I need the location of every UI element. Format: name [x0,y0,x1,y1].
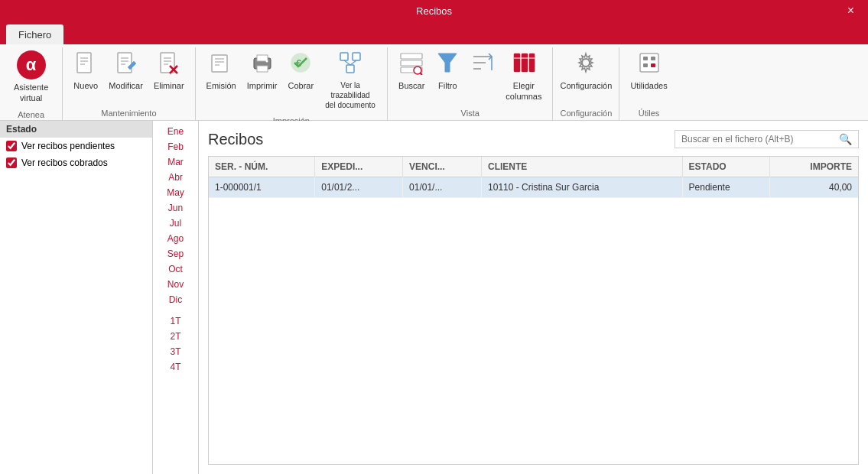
svg-point-22 [265,60,268,63]
title-bar: Recibos × [0,0,868,21]
ribbon-group-impresion: Emisión Imprimir € [196,47,388,120]
table-container: SER. - NÚM. EXPEDI... VENCI... CLIENTE E… [208,156,859,465]
svg-line-29 [350,60,356,65]
table-row[interactable]: 1-000001/1 01/01/2... 01/01/... 10110 - … [209,177,858,198]
sidebar-section-estado: Estado [0,121,152,138]
quarter-4t[interactable]: 4T [153,359,198,375]
svg-rect-42 [529,54,535,72]
configuracion-label: Configuración [560,80,612,91]
emision-button[interactable]: Emisión [202,47,241,94]
svg-rect-40 [514,54,520,72]
month-dic[interactable]: Dic [153,292,198,307]
ribbon-group-configuracion: Configuración Configuración [553,47,619,120]
month-may[interactable]: May [153,185,198,200]
svg-rect-31 [401,60,422,66]
modificar-label: Modificar [109,80,143,91]
svg-rect-46 [643,57,648,60]
filter-cobrados[interactable]: Ver recibos cobrados [0,154,152,171]
svg-rect-30 [401,54,422,59]
cell-cliente: 10110 - Cristina Sur Garcia [482,177,683,198]
emision-icon [209,50,233,79]
imprimir-label: Imprimir [247,80,278,91]
sort-button[interactable] [466,47,499,83]
month-ene[interactable]: Ene [153,124,198,139]
elegir-columnas-button[interactable]: Elegircolumnas [501,47,546,106]
filtro-label: Filtro [438,80,457,91]
month-mar[interactable]: Mar [153,154,198,170]
eliminar-button[interactable]: Eliminar [149,47,189,94]
svg-rect-41 [522,54,528,72]
nuevo-label: Nuevo [73,80,98,91]
trazabilidad-icon [338,50,362,79]
emision-label: Emisión [206,80,236,91]
cobrar-label: Cobrar [288,80,314,91]
quarter-3t[interactable]: 3T [153,344,198,359]
sort-icon [470,50,495,79]
modificar-icon [114,50,138,79]
close-button[interactable]: × [834,0,868,21]
ribbon-group-mantenimiento: Nuevo Modificar [63,47,195,120]
trazabilidad-button[interactable]: Ver la trazabilidaddel documento [320,47,381,113]
content-panel: Recibos 🔍 SER. - NÚM. EXPEDI... VENCI...… [199,121,868,474]
svg-line-28 [344,60,350,65]
filtro-icon [435,50,460,79]
month-sep[interactable]: Sep [153,246,198,261]
filter-pendientes[interactable]: Ver recibos pendientes [0,138,152,154]
buscar-icon [399,50,424,79]
elegir-label: Elegircolumnas [506,80,541,102]
page-title: Recibos [208,131,263,148]
nuevo-icon [73,50,98,79]
tab-bar: Fichero [0,21,868,44]
asistente-label: Asistentevirtual [14,82,48,104]
cobrar-button[interactable]: € Cobrar [283,47,318,94]
imprimir-icon [250,50,275,79]
cell-venci: 01/01/... [403,177,482,198]
recibos-table: SER. - NÚM. EXPEDI... VENCI... CLIENTE E… [209,157,858,198]
month-feb[interactable]: Feb [153,139,198,154]
buscar-button[interactable]: Buscar [394,47,429,94]
search-icon[interactable]: 🔍 [839,133,852,145]
svg-line-34 [421,73,423,76]
imprimir-button[interactable]: Imprimir [242,47,282,94]
col-expedi: EXPEDI... [315,157,403,177]
search-input[interactable] [681,134,834,144]
eliminar-icon [157,50,181,79]
month-abr[interactable]: Abr [153,170,198,185]
modificar-button[interactable]: Modificar [104,47,148,94]
month-jul[interactable]: Jul [153,216,198,231]
checkbox-pendientes[interactable] [6,141,17,151]
svg-rect-27 [346,65,354,73]
svg-rect-20 [257,55,268,61]
svg-rect-15 [212,55,227,72]
month-nov[interactable]: Nov [153,277,198,292]
cell-estado: Pendiente [682,177,770,198]
quarter-1t[interactable]: 1T [153,313,198,329]
svg-marker-35 [438,54,457,72]
utilidades-button[interactable]: Utilidades [626,47,671,94]
quarter-2t[interactable]: 2T [153,329,198,344]
month-oct[interactable]: Oct [153,261,198,277]
filtro-button[interactable]: Filtro [431,47,464,94]
month-sidebar: Ene Feb Mar Abr May Jun Jul Ago Sep Oct … [153,121,199,474]
trazabilidad-label: Ver la trazabilidaddel documento [324,80,376,110]
table-header-row: SER. - NÚM. EXPEDI... VENCI... CLIENTE E… [209,157,858,177]
svg-rect-49 [651,63,655,67]
month-jun[interactable]: Jun [153,200,198,216]
group-label-mantenimiento: Mantenimiento [101,106,156,120]
ribbon-group-vista: Buscar Filtro [388,47,553,120]
group-label-utiles: Útiles [639,106,660,120]
configuracion-button[interactable]: Configuración [559,47,613,94]
svg-rect-47 [651,57,655,60]
checkbox-cobrados[interactable] [6,157,17,168]
eliminar-label: Eliminar [154,80,184,91]
sidebar: Estado Ver recibos pendientes Ver recibo… [0,121,153,474]
utilidades-icon [637,50,662,79]
asistente-virtual-button[interactable]: α Asistentevirtual [6,47,56,107]
month-ago[interactable]: Ago [153,231,198,246]
elegir-columnas-icon [512,50,536,79]
tab-fichero[interactable]: Fichero [6,24,63,44]
svg-rect-45 [640,54,658,72]
main-area: Estado Ver recibos pendientes Ver recibo… [0,121,868,474]
search-box: 🔍 [675,130,859,148]
nuevo-button[interactable]: Nuevo [69,47,102,94]
